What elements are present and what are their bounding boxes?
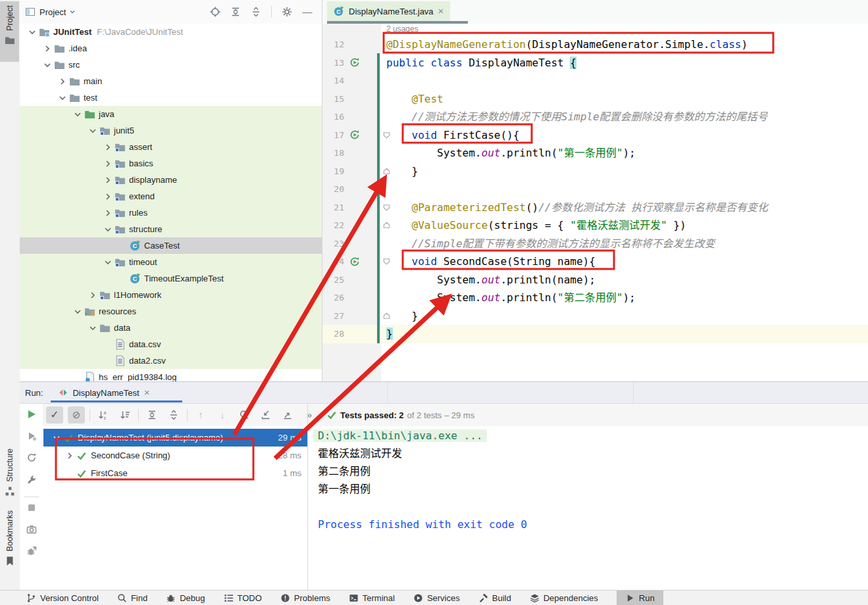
test-settings-button[interactable] xyxy=(26,473,38,485)
chevron-down-icon[interactable] xyxy=(72,109,83,120)
chevron-down-icon[interactable] xyxy=(27,27,38,37)
test-result-secondcase-string[interactable]: SecondCase (String)28 ms xyxy=(43,447,307,464)
project-tree-item-test[interactable]: test xyxy=(20,89,322,106)
project-tree-item-junit5[interactable]: junit5 xyxy=(20,122,322,139)
tree-chevron[interactable] xyxy=(70,109,84,120)
stripe-tab-project[interactable]: Project xyxy=(0,1,19,62)
test-result-firstcase[interactable]: FirstCase1 ms xyxy=(43,464,307,482)
chevron-right-icon[interactable] xyxy=(57,76,68,87)
project-tree-item-idea[interactable]: .idea xyxy=(20,40,322,57)
run-console[interactable]: D:\jdk-11\bin\java.exe ...霍格沃兹测试开发第二条用例第… xyxy=(308,426,868,591)
import-test-results-button[interactable] xyxy=(257,406,274,424)
project-tree-item-displayname[interactable]: displayname xyxy=(20,172,322,188)
statusbar-item-problems[interactable]: Problems xyxy=(280,591,330,605)
statusbar-item-terminal[interactable]: Terminal xyxy=(349,591,395,605)
tree-chevron[interactable] xyxy=(55,93,69,103)
chevron-down-icon[interactable] xyxy=(72,306,83,317)
project-tree-item-data2-csv[interactable]: data2.csv xyxy=(20,352,322,369)
chevron-right-icon[interactable] xyxy=(103,175,113,185)
code-editor[interactable]: 2 usages 12@DisplayNameGeneration(Displa… xyxy=(322,24,868,381)
expand-all-icon[interactable] xyxy=(230,7,241,17)
stripe-tab-bookmarks[interactable]: Bookmarks xyxy=(0,506,19,577)
next-failed-test-button[interactable]: ↓ xyxy=(214,406,231,424)
stripe-tab-structure[interactable]: Structure xyxy=(0,445,19,509)
close-icon[interactable]: × xyxy=(144,388,150,397)
tree-chevron[interactable] xyxy=(101,175,115,185)
expand-all-button[interactable] xyxy=(143,406,161,424)
project-tree[interactable]: JUnitTestF:\JavaCode\JUnitTest.ideasrcma… xyxy=(20,24,322,381)
statusbar-item-find[interactable]: Find xyxy=(117,591,147,605)
statusbar-item-build[interactable]: Build xyxy=(478,591,511,605)
chevron-right-icon[interactable] xyxy=(103,142,113,153)
statusbar-item-run[interactable]: Run xyxy=(617,591,663,605)
project-tree-item-casetest[interactable]: CaseTest xyxy=(20,237,322,254)
test-result-displaynametest-junit5-displayname[interactable]: DisplayNameTest (junit5.displayname)29 m… xyxy=(43,429,307,447)
tree-chevron[interactable] xyxy=(101,224,115,235)
tree-chevron[interactable] xyxy=(101,142,115,153)
rerun-test-icon[interactable] xyxy=(349,130,360,140)
project-tree-item-hs-err-pid19384-log[interactable]: hs_err_pid19384.log xyxy=(20,369,322,381)
tree-chevron[interactable] xyxy=(101,191,115,202)
locate-icon[interactable] xyxy=(210,7,220,17)
rerun-test-icon[interactable] xyxy=(349,256,360,267)
tree-chevron[interactable] xyxy=(55,76,69,87)
test-chevron[interactable] xyxy=(50,433,63,443)
tree-chevron[interactable] xyxy=(101,257,115,268)
project-tree-item-main[interactable]: main xyxy=(20,73,322,89)
tree-chevron[interactable] xyxy=(25,27,39,37)
statusbar-item-todo[interactable]: TODO xyxy=(224,591,262,605)
tree-chevron[interactable] xyxy=(86,290,99,301)
run-tab-displaynametest[interactable]: DisplayNameTest × xyxy=(59,388,149,398)
chevron-right-icon[interactable] xyxy=(103,191,113,202)
rerun-test-icon[interactable] xyxy=(349,57,360,68)
usages-hint[interactable]: 2 usages xyxy=(386,24,419,34)
run-test-gutter[interactable] xyxy=(349,130,360,141)
rerun-button[interactable] xyxy=(26,408,38,420)
tree-chevron[interactable] xyxy=(70,306,84,317)
show-passed-button[interactable]: ✓ xyxy=(46,406,63,424)
chevron-right-icon[interactable] xyxy=(42,43,53,54)
project-tree-item-timeoutexampletest[interactable]: TimeoutExampleTest xyxy=(20,270,322,287)
project-tree-item-extend[interactable]: extend xyxy=(20,188,322,205)
statusbar-item-services[interactable]: Services xyxy=(413,591,460,605)
close-icon[interactable]: × xyxy=(438,7,444,16)
project-tree-item-structure[interactable]: structure xyxy=(20,221,322,237)
settings-icon[interactable] xyxy=(282,7,292,17)
tree-chevron[interactable] xyxy=(101,208,115,218)
tree-chevron[interactable] xyxy=(40,60,54,70)
chevron-right-icon[interactable] xyxy=(103,158,113,169)
project-tree-item-junittest[interactable]: JUnitTestF:\JavaCode\JUnitTest xyxy=(20,24,322,40)
chevron-down-icon[interactable] xyxy=(88,323,98,333)
export-test-results-button[interactable] xyxy=(279,406,296,424)
chevron-right-icon[interactable] xyxy=(103,208,113,218)
project-tree-item-basics[interactable]: basics xyxy=(20,155,322,172)
tree-chevron[interactable] xyxy=(101,158,115,169)
project-tree-item-l1homework[interactable]: l1Homework xyxy=(20,287,322,303)
toggle-auto-test-button[interactable] xyxy=(26,452,38,464)
chevron-down-icon[interactable] xyxy=(57,93,68,103)
ignore-disabled-button[interactable]: ⊘ xyxy=(68,406,85,424)
project-tree-item-src[interactable]: src xyxy=(20,57,322,73)
chevron-down-icon[interactable] xyxy=(42,60,53,70)
hide-icon[interactable]: — xyxy=(302,7,313,17)
chevron-down-icon[interactable] xyxy=(68,8,76,16)
chevron-down-icon[interactable] xyxy=(103,257,113,268)
test-chevron[interactable] xyxy=(63,450,76,461)
project-panel-title[interactable]: Project xyxy=(39,7,66,17)
chevron-down-icon[interactable] xyxy=(51,433,62,443)
collapse-all-button[interactable] xyxy=(165,406,182,424)
zoom-search-button[interactable] xyxy=(236,406,253,424)
chevron-right-icon[interactable] xyxy=(88,290,98,301)
more-options-button[interactable]: » xyxy=(301,406,318,424)
sort-alphabetically-button[interactable] xyxy=(95,406,112,424)
chevron-right-icon[interactable] xyxy=(64,450,75,461)
chevron-down-icon[interactable] xyxy=(88,126,98,136)
tree-chevron[interactable] xyxy=(40,43,54,54)
project-tree-item-timeout[interactable]: timeout xyxy=(20,254,322,270)
run-test-gutter[interactable] xyxy=(349,256,360,267)
sort-by-duration-button[interactable] xyxy=(116,406,134,424)
attach-debugger-button[interactable] xyxy=(26,545,38,557)
project-tree-item-rules[interactable]: rules xyxy=(20,205,322,221)
tree-chevron[interactable] xyxy=(86,126,99,136)
statusbar-item-version-control[interactable]: Version Control xyxy=(26,591,99,605)
